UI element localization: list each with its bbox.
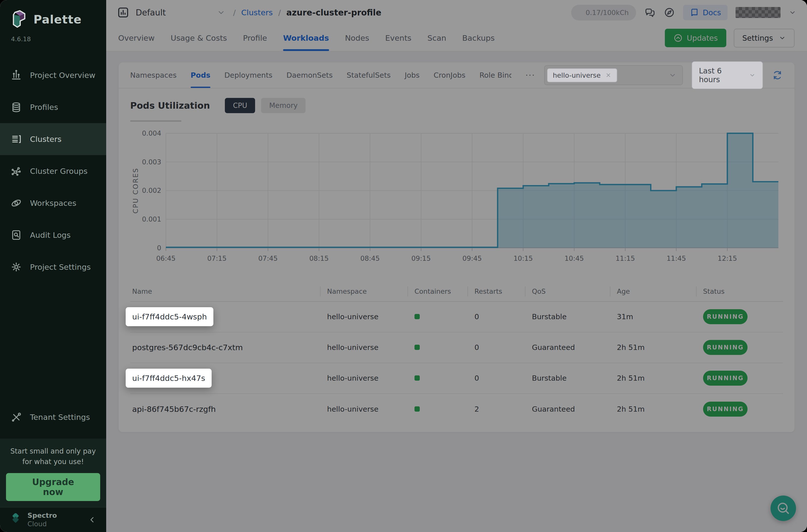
svg-text:08:15: 08:15	[309, 254, 329, 262]
subtab-namespaces[interactable]: Namespaces	[130, 62, 177, 88]
servers-icon	[11, 133, 22, 145]
sidebar-item-tenant-settings[interactable]: Tenant Settings	[0, 401, 106, 433]
sidebar-item-project-settings[interactable]: Project Settings	[0, 251, 106, 283]
compass-icon[interactable]	[663, 7, 675, 18]
promo-text-line1: Start small and only pay	[6, 446, 100, 457]
subtab-deployments[interactable]: Deployments	[224, 62, 273, 88]
tab-usage-costs[interactable]: Usage & Costs	[171, 25, 227, 51]
container-status-square	[414, 406, 420, 412]
settings-label: Settings	[742, 34, 773, 42]
tab-scan[interactable]: Scan	[428, 25, 446, 51]
table-row[interactable]: ui-f7ff4ddc5-4wsph hello-universe 0 Burs…	[130, 302, 783, 332]
project-selector[interactable]: Default	[117, 6, 226, 19]
svg-text:07:15: 07:15	[207, 254, 227, 262]
sidebar-item-label: Cluster Groups	[30, 167, 88, 176]
pods-table: NameNamespaceContainersRestartsQoSAgeSta…	[130, 282, 783, 432]
pods-utilization-chart: 06:4507:1507:4508:1508:4509:1509:4510:15…	[130, 122, 783, 272]
pod-restarts: 0	[467, 374, 525, 382]
sidebar-nav: Project Overview Profiles Clusters Clust…	[0, 59, 106, 283]
topbar-right: 0.17/100kCh Docs	[571, 5, 796, 20]
status-badge: RUNNING	[703, 370, 748, 386]
upgrade-now-button[interactable]: Upgrade now	[6, 473, 100, 501]
containers-indicator	[408, 312, 467, 321]
svg-text:11:15: 11:15	[616, 254, 635, 262]
svg-text:0.004: 0.004	[142, 129, 161, 137]
user-menu-redacted[interactable]	[735, 7, 781, 18]
tab-profile[interactable]: Profile	[243, 25, 267, 51]
tab-nodes[interactable]: Nodes	[345, 25, 369, 51]
table-row[interactable]: ui-f7ff4ddc5-hx47s hello-universe 0 Burs…	[130, 363, 783, 394]
column-header-namespace: Namespace	[320, 286, 408, 297]
containers-indicator	[408, 374, 467, 382]
pod-qos: Burstable	[525, 312, 610, 321]
status-badge: RUNNING	[703, 309, 748, 324]
cpu-toggle-button[interactable]: CPU	[225, 98, 255, 113]
updates-button[interactable]: Updates	[665, 29, 726, 47]
project-chart-icon	[117, 6, 130, 19]
sidebar-collapse-icon[interactable]	[88, 515, 97, 524]
refresh-icon[interactable]	[772, 69, 783, 81]
tab-backups[interactable]: Backups	[462, 25, 495, 51]
time-range-select[interactable]: Last 6 hours	[692, 61, 763, 89]
sidebar-item-audit-logs[interactable]: Audit Logs	[0, 219, 106, 251]
sidebar-footer: Spectro Cloud	[0, 507, 106, 532]
tab-workloads[interactable]: Workloads	[283, 25, 329, 51]
column-header-qos: QoS	[525, 286, 610, 297]
table-row[interactable]: api-86f745b67c-rzgfh hello-universe 2 Gu…	[130, 394, 783, 424]
tab-overview[interactable]: Overview	[118, 25, 155, 51]
sidebar-item-clusters[interactable]: Clusters	[0, 123, 106, 155]
subtab-daemonsets[interactable]: DaemonSets	[286, 62, 333, 88]
pod-namespace: hello-universe	[320, 312, 408, 321]
table-row[interactable]: postgres-567dc9cb4c-c7xtm hello-universe…	[130, 332, 783, 363]
help-search-fab[interactable]	[771, 496, 796, 521]
gear-icon	[11, 261, 22, 273]
sidebar-item-cluster-groups[interactable]: Cluster Groups	[0, 155, 106, 187]
svg-text:0.001: 0.001	[142, 215, 161, 223]
chat-icon[interactable]	[644, 7, 656, 18]
pod-namespace: hello-universe	[320, 343, 408, 352]
chart-title: Pods Utilization	[130, 100, 210, 111]
sidebar-item-workspaces[interactable]: Workspaces	[0, 187, 106, 219]
book-icon	[690, 8, 699, 17]
workloads-card: NamespacesPodsDeploymentsDaemonSetsState…	[119, 62, 794, 432]
sidebar-item-label: Project Overview	[30, 71, 95, 80]
pod-restarts: 0	[467, 343, 525, 352]
settings-button[interactable]: Settings	[734, 29, 794, 48]
sidebar-spacer	[0, 283, 106, 401]
chevron-down-icon[interactable]	[789, 8, 796, 17]
column-header-status: Status	[696, 286, 783, 297]
pod-age: 2h 51m	[610, 343, 696, 352]
close-icon[interactable]	[605, 72, 612, 78]
subtab-cronjobs[interactable]: CronJobs	[433, 62, 465, 88]
svg-text:08:45: 08:45	[360, 254, 380, 262]
content-area: NamespacesPodsDeploymentsDaemonSetsState…	[106, 51, 807, 532]
main-area: Default / Clusters / azure-cluster-profi…	[106, 0, 807, 532]
pod-name-highlighted: ui-f7ff4ddc5-4wsph	[126, 307, 213, 326]
breadcrumb-link-clusters[interactable]: Clusters	[241, 8, 273, 17]
workload-subtabs-row: NamespacesPodsDeploymentsDaemonSetsState…	[119, 62, 794, 89]
column-header-age: Age	[610, 286, 696, 297]
pod-namespace: hello-universe	[320, 405, 408, 413]
container-status-square	[414, 345, 420, 350]
column-header-name: Name	[130, 286, 320, 297]
containers-indicator	[408, 343, 467, 352]
sidebar-item-profiles[interactable]: Profiles	[0, 91, 106, 123]
docs-button[interactable]: Docs	[683, 5, 728, 20]
page-title: azure-cluster-profile	[286, 8, 381, 18]
chevron-down-icon	[217, 8, 226, 17]
cluster-tabs: OverviewUsage & CostsProfileWorkloadsNod…	[118, 25, 495, 51]
subtab-jobs[interactable]: Jobs	[405, 62, 420, 88]
subtab-statefulsets[interactable]: StatefulSets	[347, 62, 391, 88]
subtab-pods[interactable]: Pods	[191, 62, 210, 88]
palette-logo-icon	[10, 10, 27, 29]
namespace-filter-select[interactable]: hello-universe	[544, 65, 683, 85]
sidebar-item-label: Audit Logs	[30, 230, 71, 240]
tab-events[interactable]: Events	[385, 25, 412, 51]
chart-header: Pods Utilization CPU Memory	[130, 98, 783, 113]
subtab-role-bindings[interactable]: Role Bindings	[480, 62, 511, 88]
sidebar-item-project-overview[interactable]: Project Overview	[0, 59, 106, 91]
memory-toggle-button[interactable]: Memory	[261, 98, 305, 113]
brand-name: Palette	[34, 13, 82, 26]
doc-search-icon	[11, 229, 22, 241]
more-subtabs-button[interactable]: ···	[525, 71, 536, 80]
